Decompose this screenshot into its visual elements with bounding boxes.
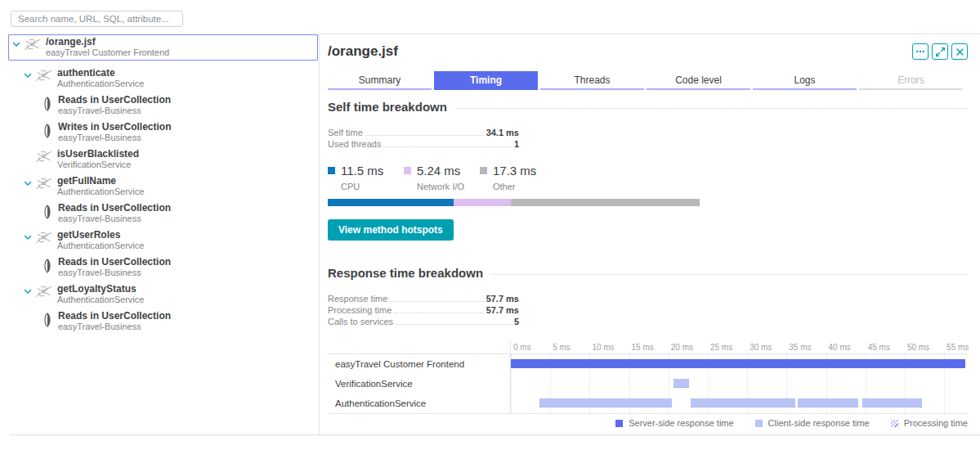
dotted-rule	[455, 108, 968, 109]
tree-item-getloyaltystatus[interactable]: getLoyaltyStatus AuthenticationService	[8, 281, 318, 308]
tree-item-orange-jsf[interactable]: /orange.jsf easyTravel Customer Frontend	[8, 34, 318, 61]
tree-item-service: easyTravel-Business	[58, 133, 171, 143]
tree-item-service: easyTravel-Business	[58, 106, 171, 116]
more-options-button[interactable]	[912, 43, 929, 60]
axis-tick-label: 20 ms	[671, 343, 693, 352]
self-time-legend-item: 11.5 ms CPU	[328, 164, 404, 191]
tree-item-getfullname[interactable]: getFullName AuthenticationService	[8, 173, 318, 200]
tree-item-reads-in-usercollection[interactable]: Reads in UserCollection easyTravel-Busin…	[8, 200, 318, 227]
legend-value: 17.3 ms	[493, 164, 536, 178]
timeline-legend-item: Processing time	[891, 418, 968, 428]
tree-item-name: Writes in UserCollection	[58, 122, 171, 133]
timeline-axis: 0 ms5 ms10 ms15 ms20 ms25 ms30 ms35 ms40…	[511, 341, 968, 353]
timeline-bar[interactable]	[511, 359, 965, 368]
metric-label: Response time	[328, 293, 387, 304]
timeline-bar[interactable]	[539, 398, 672, 407]
metric-value: 1	[514, 138, 519, 150]
self-time-legend: 11.5 ms CPU 5.24 ms Network I/O 17.3 ms …	[328, 164, 968, 191]
tree-item-name: getFullName	[57, 176, 144, 187]
legend-value: 5.24 ms	[417, 164, 460, 178]
metric-label: Used threads	[328, 138, 381, 150]
service-icon	[35, 286, 52, 301]
timeline-bar[interactable]	[673, 379, 689, 388]
chevron-down-icon[interactable]	[24, 180, 35, 187]
dotted-leader	[365, 135, 484, 136]
metric-value: 34.1 ms	[486, 127, 519, 138]
database-icon	[43, 259, 52, 277]
timeline-row-easytravel-customer-frontend	[511, 354, 968, 374]
tree-item-name: Reads in UserCollection	[58, 257, 171, 268]
legend-value: 11.5 ms	[341, 164, 383, 178]
chevron-down-icon[interactable]	[12, 41, 24, 48]
stacked-bar-segment-other	[511, 199, 700, 206]
database-icon	[43, 124, 52, 142]
page-title: /orange.jsf	[328, 43, 398, 60]
timeline-row-label-verificationservice: VerificationService	[328, 374, 510, 394]
axis-tick-label: 40 ms	[829, 343, 851, 352]
timeline-legend: Server-side response time Client-side re…	[328, 418, 968, 428]
database-icon	[43, 205, 52, 223]
tab-threads[interactable]: Threads	[540, 71, 644, 90]
chevron-down-icon[interactable]	[24, 234, 35, 241]
self-time-metrics: Self time 34.1 ms Used threads 1	[328, 127, 519, 150]
metric-row: Processing time 57.7 ms	[328, 304, 519, 316]
dotted-leader	[390, 301, 483, 302]
close-icon	[955, 47, 964, 56]
self-time-legend-item: 17.3 ms Other	[480, 164, 556, 191]
timeline-legend-item: Client-side response time	[755, 418, 870, 428]
timeline-legend-item: Server-side response time	[615, 418, 733, 428]
service-icon	[35, 151, 52, 166]
response-time-heading: Response time breakdown	[328, 266, 968, 280]
dotted-leader	[383, 146, 511, 147]
legend-label: CPU	[341, 182, 404, 191]
chevron-down-icon[interactable]	[24, 72, 35, 79]
tree-item-reads-in-usercollection[interactable]: Reads in UserCollection easyTravel-Busin…	[8, 92, 318, 119]
panel-actions	[912, 43, 968, 60]
axis-tick-label: 50 ms	[907, 343, 929, 352]
axis-tick-label: 55 ms	[946, 343, 969, 352]
axis-tick-label: 25 ms	[710, 343, 732, 352]
search-input[interactable]	[11, 11, 183, 27]
database-icon	[43, 97, 52, 115]
chevron-down-icon[interactable]	[24, 288, 35, 295]
timeline-row-verificationservice	[511, 374, 968, 394]
tree-item-name: authenticate	[57, 68, 144, 79]
self-time-legend-item: 5.24 ms Network I/O	[404, 164, 480, 191]
tree-item-isuserblacklisted[interactable]: isUserBlacklisted VerificationService	[8, 146, 318, 173]
tree-item-service: VerificationService	[57, 160, 139, 170]
tree-item-name: Reads in UserCollection	[58, 203, 171, 214]
expand-button[interactable]	[932, 43, 948, 60]
tab-logs[interactable]: Logs	[753, 71, 857, 90]
timeline-bar[interactable]	[862, 398, 922, 407]
view-method-hotspots-button[interactable]: View method hotspots	[328, 219, 454, 241]
timeline-bar[interactable]	[691, 398, 795, 407]
dotted-leader	[394, 313, 483, 313]
request-tree: /orange.jsf easyTravel Customer Frontend…	[0, 34, 319, 335]
tree-item-service: AuthenticationService	[57, 187, 144, 197]
service-icon	[35, 178, 52, 193]
close-button[interactable]	[951, 43, 968, 60]
legend-swatch	[404, 167, 411, 174]
tree-item-reads-in-usercollection[interactable]: Reads in UserCollection easyTravel-Busin…	[8, 308, 318, 335]
self-time-heading: Self time breakdown	[328, 100, 968, 114]
service-icon	[24, 38, 41, 54]
timeline-bar[interactable]	[798, 398, 858, 407]
timeline-row-authenticationservice	[511, 394, 968, 413]
tab-summary[interactable]: Summary	[328, 71, 432, 90]
tree-item-reads-in-usercollection[interactable]: Reads in UserCollection easyTravel-Busin…	[8, 254, 318, 281]
metric-row: Calls to services 5	[328, 316, 519, 327]
tab-errors: Errors	[859, 71, 963, 90]
metric-row: Self time 34.1 ms	[328, 127, 519, 138]
tree-item-authenticate[interactable]: authenticate AuthenticationService	[8, 65, 318, 92]
legend-swatch	[615, 420, 623, 427]
tab-timing[interactable]: Timing	[434, 71, 538, 90]
legend-swatch	[328, 167, 335, 174]
tab-code-level[interactable]: Code level	[647, 71, 750, 90]
response-time-metrics: Response time 57.7 ms Processing time 57…	[328, 293, 519, 327]
metric-label: Self time	[328, 127, 363, 138]
detail-panel: /orange.jsf SummaryTimingThreadsCode lev…	[319, 34, 980, 434]
metric-row: Used threads 1	[328, 138, 519, 150]
tree-item-writes-in-usercollection[interactable]: Writes in UserCollection easyTravel-Busi…	[8, 119, 318, 146]
tree-item-getuserroles[interactable]: getUserRoles AuthenticationService	[8, 227, 318, 254]
ellipsis-icon	[915, 46, 926, 57]
